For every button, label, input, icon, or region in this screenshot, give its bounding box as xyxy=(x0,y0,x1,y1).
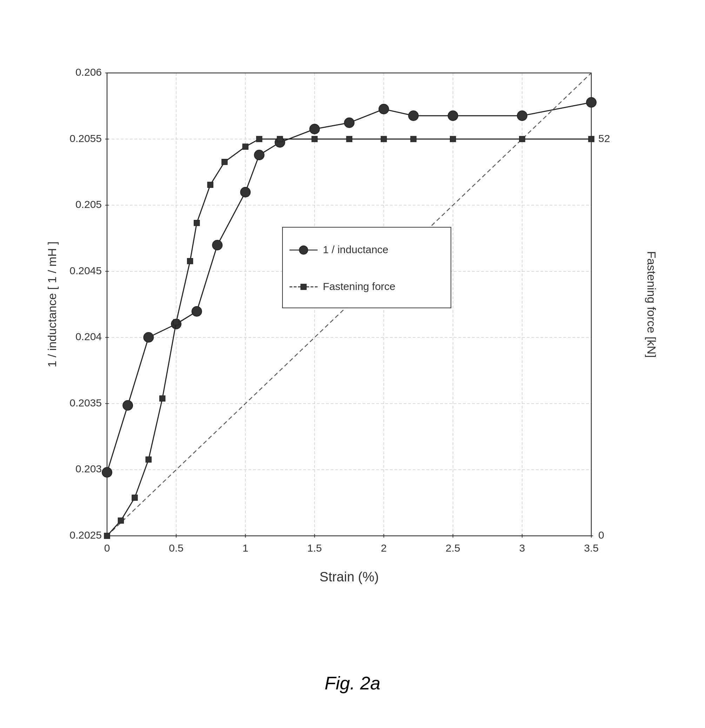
svg-text:1 / inductance [ 1 / mH ]: 1 / inductance [ 1 / mH ] xyxy=(45,241,59,367)
svg-point-76 xyxy=(586,97,596,107)
svg-point-75 xyxy=(517,111,527,121)
svg-text:1 / inductance: 1 / inductance xyxy=(323,244,388,255)
svg-rect-83 xyxy=(173,319,179,325)
svg-point-71 xyxy=(344,118,354,128)
svg-text:3: 3 xyxy=(519,542,525,554)
svg-point-72 xyxy=(379,104,388,114)
svg-point-73 xyxy=(408,111,418,121)
svg-text:0.203: 0.203 xyxy=(75,463,101,474)
svg-text:Fastening force [kN]: Fastening force [kN] xyxy=(645,251,658,358)
chart-container: 0.206 0.2055 0.205 0.2045 0.204 0.2035 0… xyxy=(37,35,669,666)
svg-text:0.5: 0.5 xyxy=(169,542,184,554)
svg-point-68 xyxy=(254,150,264,160)
svg-rect-98 xyxy=(282,227,451,308)
svg-point-66 xyxy=(212,240,222,250)
svg-text:0: 0 xyxy=(104,542,110,554)
svg-point-67 xyxy=(240,187,250,197)
svg-rect-84 xyxy=(187,259,193,264)
figure-caption: Fig. 2a xyxy=(324,673,381,693)
svg-point-63 xyxy=(143,332,153,342)
svg-rect-78 xyxy=(104,533,110,539)
svg-rect-87 xyxy=(221,159,227,165)
svg-rect-90 xyxy=(277,136,282,142)
svg-rect-81 xyxy=(146,456,151,462)
svg-point-74 xyxy=(448,111,457,121)
svg-text:3.5: 3.5 xyxy=(584,542,599,554)
svg-text:1: 1 xyxy=(242,542,248,554)
svg-text:0.2055: 0.2055 xyxy=(69,133,102,144)
svg-text:2.5: 2.5 xyxy=(445,542,460,554)
svg-rect-92 xyxy=(346,136,352,142)
svg-rect-89 xyxy=(256,136,262,142)
svg-rect-91 xyxy=(311,136,317,142)
svg-rect-93 xyxy=(381,136,387,142)
svg-text:0.206: 0.206 xyxy=(75,66,101,78)
svg-point-70 xyxy=(310,124,319,134)
svg-rect-88 xyxy=(242,144,248,149)
svg-text:52: 52 xyxy=(598,133,610,144)
svg-text:0.2025: 0.2025 xyxy=(69,529,102,541)
svg-text:0.204: 0.204 xyxy=(75,331,101,342)
svg-rect-96 xyxy=(519,136,525,142)
svg-rect-103 xyxy=(301,284,306,290)
svg-text:Fastening force: Fastening force xyxy=(323,280,395,292)
svg-rect-80 xyxy=(132,495,137,500)
svg-point-62 xyxy=(123,400,133,410)
svg-rect-85 xyxy=(194,220,199,226)
svg-rect-82 xyxy=(159,396,165,401)
svg-text:0.205: 0.205 xyxy=(75,198,101,210)
svg-rect-95 xyxy=(450,136,456,142)
svg-text:Strain (%): Strain (%) xyxy=(319,569,379,584)
svg-point-61 xyxy=(102,468,112,477)
svg-text:0.2035: 0.2035 xyxy=(69,397,102,409)
svg-text:2: 2 xyxy=(381,542,387,554)
svg-point-100 xyxy=(299,246,308,254)
svg-text:0.2045: 0.2045 xyxy=(69,265,102,276)
svg-text:0: 0 xyxy=(598,529,604,541)
svg-rect-97 xyxy=(589,136,594,142)
svg-rect-79 xyxy=(118,518,123,524)
svg-rect-86 xyxy=(207,182,213,188)
svg-text:1.5: 1.5 xyxy=(307,542,322,554)
svg-point-65 xyxy=(192,306,201,316)
svg-rect-94 xyxy=(411,136,416,142)
